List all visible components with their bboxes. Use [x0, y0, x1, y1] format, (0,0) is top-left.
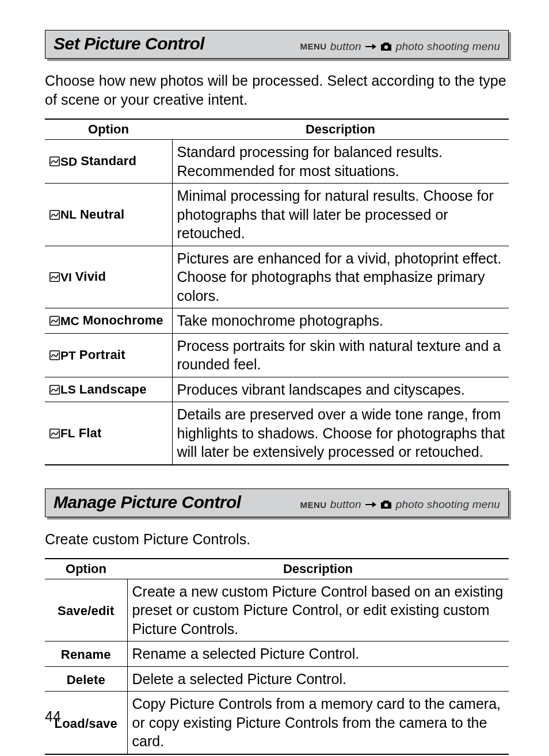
option-label: Save/edit — [58, 604, 114, 618]
option-cell: LSLandscape — [45, 377, 172, 402]
description-cell: Copy Picture Controls from a memory card… — [127, 692, 509, 754]
column-header-option: Option — [45, 119, 172, 140]
column-header-description: Description — [127, 559, 509, 579]
table-row: PTPortraitProcess portraits for skin wit… — [45, 333, 509, 377]
option-cell: Save/edit — [45, 579, 127, 642]
section-intro: Create custom Picture Controls. — [45, 530, 509, 549]
option-cell: PTPortrait — [45, 333, 172, 377]
description-cell: Produces vibrant landscapes and cityscap… — [172, 377, 509, 402]
picture-control-icon: MC — [49, 313, 79, 329]
option-label: Delete — [67, 673, 105, 687]
option-cell: Rename — [45, 642, 127, 667]
camera-icon — [380, 42, 392, 51]
table-row: Load/saveCopy Picture Controls from a me… — [45, 692, 509, 754]
option-cell: NLNeutral — [45, 184, 172, 246]
picture-control-icon: NL — [49, 207, 77, 222]
option-label: Landscape — [79, 381, 147, 398]
option-code: FL — [60, 425, 75, 441]
table-row: FLFlatDetails are preserved over a wide … — [45, 402, 509, 465]
option-label: Portrait — [79, 347, 125, 364]
picture-control-icon: FL — [49, 425, 75, 441]
column-header-description: Description — [172, 119, 509, 140]
arrow-right-icon — [365, 43, 376, 50]
svg-marker-11 — [372, 502, 376, 507]
description-cell: Standard processing for balanced results… — [172, 140, 509, 184]
menu-destination: photo shooting menu — [396, 40, 500, 53]
option-label: Flat — [79, 425, 102, 442]
menu-path: MENU button photo shooting menu — [300, 40, 500, 53]
picture-control-icon: SD — [49, 154, 77, 169]
menu-button-label: MENU — [300, 500, 327, 510]
table-row: DeleteDelete a selected Picture Control. — [45, 666, 509, 692]
menu-button-label: MENU — [300, 41, 327, 51]
page-number: 44 — [45, 708, 61, 725]
description-cell: Create a new custom Picture Control base… — [127, 579, 509, 642]
option-label: Rename — [61, 647, 111, 662]
picture-control-icon: LS — [49, 381, 76, 397]
option-code: PT — [60, 348, 76, 363]
section-header-set-picture-control: Set Picture Control MENU button photo sh… — [45, 30, 509, 59]
picture-control-icon: PT — [49, 348, 76, 363]
section-title: Manage Picture Control — [54, 492, 241, 512]
column-header-option: Option — [45, 559, 127, 579]
option-code: MC — [60, 313, 79, 329]
description-cell: Minimal processing for natural results. … — [172, 184, 509, 246]
table-row: RenameRename a selected Picture Control. — [45, 642, 509, 667]
picture-control-icon: VI — [49, 269, 72, 285]
table-row: VIVividPictures are enhanced for a vivid… — [45, 246, 509, 308]
table-row: Save/editCreate a new custom Picture Con… — [45, 579, 509, 642]
manage-picture-control-table: Option Description Save/editCreate a new… — [45, 558, 509, 755]
table-row: LSLandscapeProduces vibrant landscapes a… — [45, 377, 509, 402]
button-word: button — [330, 498, 361, 511]
table-row: SDStandardStandard processing for balanc… — [45, 140, 509, 184]
option-cell: Delete — [45, 666, 127, 692]
table-row: NLNeutralMinimal processing for natural … — [45, 184, 509, 246]
camera-icon — [380, 500, 392, 509]
picture-control-options-table: Option Description SDStandardStandard pr… — [45, 119, 509, 465]
description-cell: Delete a selected Picture Control. — [127, 666, 509, 692]
option-cell: MCMonochrome — [45, 308, 172, 334]
section-intro: Choose how new photos will be processed.… — [45, 71, 509, 109]
arrow-right-icon — [365, 501, 376, 508]
option-label: Monochrome — [83, 312, 163, 329]
description-cell: Pictures are enhanced for a vivid, photo… — [172, 246, 509, 308]
section-header-manage-picture-control: Manage Picture Control MENU button photo… — [45, 488, 509, 517]
option-label: Vivid — [75, 269, 106, 285]
option-label: Standard — [81, 153, 136, 170]
description-cell: Details are preserved over a wide tone r… — [172, 402, 509, 465]
option-code: NL — [60, 207, 77, 222]
table-row: MCMonochromeTake monochrome photographs. — [45, 308, 509, 334]
svg-point-12 — [384, 503, 388, 507]
option-code: LS — [60, 381, 76, 397]
option-cell: FLFlat — [45, 402, 172, 465]
option-code: VI — [60, 269, 72, 285]
menu-path: MENU button photo shooting menu — [300, 498, 500, 511]
description-cell: Rename a selected Picture Control. — [127, 642, 509, 667]
svg-point-2 — [384, 45, 388, 48]
svg-marker-1 — [372, 44, 376, 49]
button-word: button — [330, 40, 361, 53]
description-cell: Process portraits for skin with natural … — [172, 333, 509, 377]
section-title: Set Picture Control — [54, 34, 204, 54]
option-cell: SDStandard — [45, 140, 172, 184]
option-code: SD — [60, 154, 77, 169]
description-cell: Take monochrome photographs. — [172, 308, 509, 334]
option-label: Load/save — [55, 716, 117, 731]
option-label: Neutral — [80, 207, 124, 223]
menu-destination: photo shooting menu — [396, 498, 500, 511]
option-cell: VIVivid — [45, 246, 172, 308]
